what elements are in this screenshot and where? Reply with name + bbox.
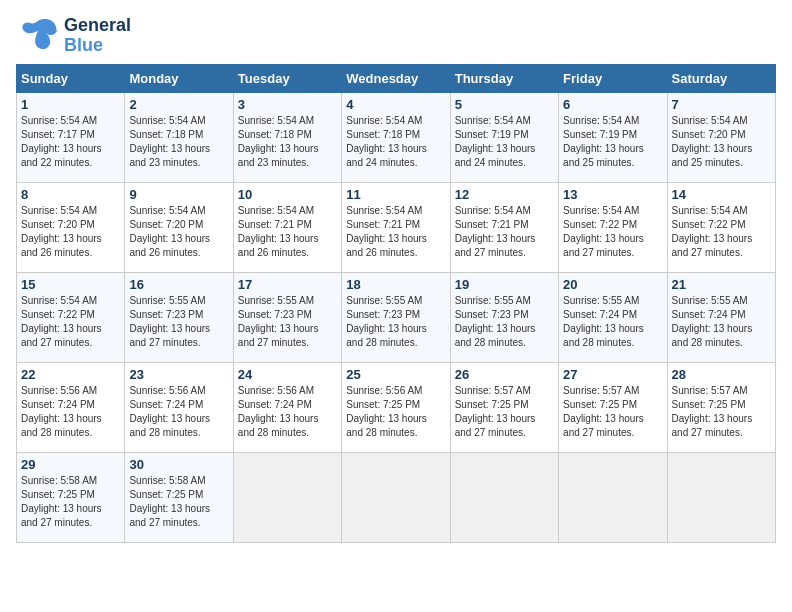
day-number: 14 [672,187,771,202]
calendar-cell: 30 Sunrise: 5:58 AM Sunset: 7:25 PM Dayl… [125,452,233,542]
day-number: 26 [455,367,554,382]
day-number: 25 [346,367,445,382]
calendar-cell: 9 Sunrise: 5:54 AM Sunset: 7:20 PM Dayli… [125,182,233,272]
day-number: 24 [238,367,337,382]
day-number: 21 [672,277,771,292]
day-info: Sunrise: 5:55 AM Sunset: 7:23 PM Dayligh… [455,294,554,350]
calendar-cell: 10 Sunrise: 5:54 AM Sunset: 7:21 PM Dayl… [233,182,341,272]
day-info: Sunrise: 5:54 AM Sunset: 7:20 PM Dayligh… [129,204,228,260]
logo-icon [16,17,60,55]
day-info: Sunrise: 5:54 AM Sunset: 7:21 PM Dayligh… [238,204,337,260]
day-number: 27 [563,367,662,382]
calendar-cell: 1 Sunrise: 5:54 AM Sunset: 7:17 PM Dayli… [17,92,125,182]
day-number: 10 [238,187,337,202]
logo-blue: Blue [64,36,131,56]
calendar-cell: 23 Sunrise: 5:56 AM Sunset: 7:24 PM Dayl… [125,362,233,452]
day-info: Sunrise: 5:55 AM Sunset: 7:23 PM Dayligh… [129,294,228,350]
calendar-cell: 8 Sunrise: 5:54 AM Sunset: 7:20 PM Dayli… [17,182,125,272]
calendar-cell: 5 Sunrise: 5:54 AM Sunset: 7:19 PM Dayli… [450,92,558,182]
week-row-3: 15 Sunrise: 5:54 AM Sunset: 7:22 PM Dayl… [17,272,776,362]
day-number: 20 [563,277,662,292]
weekday-header-wednesday: Wednesday [342,64,450,92]
day-number: 1 [21,97,120,112]
calendar-cell [450,452,558,542]
day-info: Sunrise: 5:56 AM Sunset: 7:24 PM Dayligh… [129,384,228,440]
day-info: Sunrise: 5:54 AM Sunset: 7:22 PM Dayligh… [563,204,662,260]
calendar-cell: 26 Sunrise: 5:57 AM Sunset: 7:25 PM Dayl… [450,362,558,452]
weekday-header-tuesday: Tuesday [233,64,341,92]
calendar-table: SundayMondayTuesdayWednesdayThursdayFrid… [16,64,776,543]
day-info: Sunrise: 5:57 AM Sunset: 7:25 PM Dayligh… [672,384,771,440]
calendar-cell: 13 Sunrise: 5:54 AM Sunset: 7:22 PM Dayl… [559,182,667,272]
day-number: 9 [129,187,228,202]
calendar-cell: 19 Sunrise: 5:55 AM Sunset: 7:23 PM Dayl… [450,272,558,362]
day-number: 6 [563,97,662,112]
day-info: Sunrise: 5:55 AM Sunset: 7:24 PM Dayligh… [672,294,771,350]
day-number: 5 [455,97,554,112]
day-number: 28 [672,367,771,382]
day-info: Sunrise: 5:54 AM Sunset: 7:19 PM Dayligh… [455,114,554,170]
day-number: 4 [346,97,445,112]
day-number: 13 [563,187,662,202]
day-info: Sunrise: 5:54 AM Sunset: 7:17 PM Dayligh… [21,114,120,170]
day-info: Sunrise: 5:54 AM Sunset: 7:18 PM Dayligh… [129,114,228,170]
calendar-cell: 7 Sunrise: 5:54 AM Sunset: 7:20 PM Dayli… [667,92,775,182]
day-info: Sunrise: 5:54 AM Sunset: 7:20 PM Dayligh… [21,204,120,260]
calendar-cell: 29 Sunrise: 5:58 AM Sunset: 7:25 PM Dayl… [17,452,125,542]
day-info: Sunrise: 5:55 AM Sunset: 7:24 PM Dayligh… [563,294,662,350]
day-number: 12 [455,187,554,202]
day-number: 19 [455,277,554,292]
calendar-cell [667,452,775,542]
calendar-cell: 17 Sunrise: 5:55 AM Sunset: 7:23 PM Dayl… [233,272,341,362]
logo-general: General [64,15,131,35]
header: General Blue [16,16,776,56]
day-number: 16 [129,277,228,292]
calendar-cell [342,452,450,542]
day-number: 8 [21,187,120,202]
day-number: 17 [238,277,337,292]
day-number: 15 [21,277,120,292]
weekday-header-thursday: Thursday [450,64,558,92]
day-info: Sunrise: 5:56 AM Sunset: 7:24 PM Dayligh… [21,384,120,440]
weekday-header-saturday: Saturday [667,64,775,92]
calendar-cell: 11 Sunrise: 5:54 AM Sunset: 7:21 PM Dayl… [342,182,450,272]
calendar-cell: 16 Sunrise: 5:55 AM Sunset: 7:23 PM Dayl… [125,272,233,362]
calendar-cell [559,452,667,542]
calendar-cell: 27 Sunrise: 5:57 AM Sunset: 7:25 PM Dayl… [559,362,667,452]
day-number: 18 [346,277,445,292]
calendar-cell: 12 Sunrise: 5:54 AM Sunset: 7:21 PM Dayl… [450,182,558,272]
week-row-1: 1 Sunrise: 5:54 AM Sunset: 7:17 PM Dayli… [17,92,776,182]
logo: General Blue [16,16,131,56]
calendar-cell: 18 Sunrise: 5:55 AM Sunset: 7:23 PM Dayl… [342,272,450,362]
calendar-cell [233,452,341,542]
calendar-cell: 22 Sunrise: 5:56 AM Sunset: 7:24 PM Dayl… [17,362,125,452]
day-info: Sunrise: 5:56 AM Sunset: 7:24 PM Dayligh… [238,384,337,440]
weekday-header-monday: Monday [125,64,233,92]
day-info: Sunrise: 5:54 AM Sunset: 7:22 PM Dayligh… [672,204,771,260]
day-number: 3 [238,97,337,112]
calendar-cell: 6 Sunrise: 5:54 AM Sunset: 7:19 PM Dayli… [559,92,667,182]
day-number: 11 [346,187,445,202]
calendar-cell: 24 Sunrise: 5:56 AM Sunset: 7:24 PM Dayl… [233,362,341,452]
day-info: Sunrise: 5:57 AM Sunset: 7:25 PM Dayligh… [455,384,554,440]
day-info: Sunrise: 5:58 AM Sunset: 7:25 PM Dayligh… [21,474,120,530]
calendar-cell: 4 Sunrise: 5:54 AM Sunset: 7:18 PM Dayli… [342,92,450,182]
day-number: 23 [129,367,228,382]
calendar-cell: 14 Sunrise: 5:54 AM Sunset: 7:22 PM Dayl… [667,182,775,272]
day-info: Sunrise: 5:54 AM Sunset: 7:20 PM Dayligh… [672,114,771,170]
weekday-header-row: SundayMondayTuesdayWednesdayThursdayFrid… [17,64,776,92]
day-info: Sunrise: 5:56 AM Sunset: 7:25 PM Dayligh… [346,384,445,440]
day-info: Sunrise: 5:57 AM Sunset: 7:25 PM Dayligh… [563,384,662,440]
day-info: Sunrise: 5:55 AM Sunset: 7:23 PM Dayligh… [238,294,337,350]
calendar-cell: 28 Sunrise: 5:57 AM Sunset: 7:25 PM Dayl… [667,362,775,452]
day-info: Sunrise: 5:54 AM Sunset: 7:21 PM Dayligh… [455,204,554,260]
weekday-header-friday: Friday [559,64,667,92]
day-info: Sunrise: 5:54 AM Sunset: 7:21 PM Dayligh… [346,204,445,260]
calendar-cell: 3 Sunrise: 5:54 AM Sunset: 7:18 PM Dayli… [233,92,341,182]
day-number: 7 [672,97,771,112]
calendar-cell: 15 Sunrise: 5:54 AM Sunset: 7:22 PM Dayl… [17,272,125,362]
day-info: Sunrise: 5:54 AM Sunset: 7:18 PM Dayligh… [238,114,337,170]
calendar-cell: 25 Sunrise: 5:56 AM Sunset: 7:25 PM Dayl… [342,362,450,452]
day-info: Sunrise: 5:54 AM Sunset: 7:19 PM Dayligh… [563,114,662,170]
calendar-cell: 20 Sunrise: 5:55 AM Sunset: 7:24 PM Dayl… [559,272,667,362]
